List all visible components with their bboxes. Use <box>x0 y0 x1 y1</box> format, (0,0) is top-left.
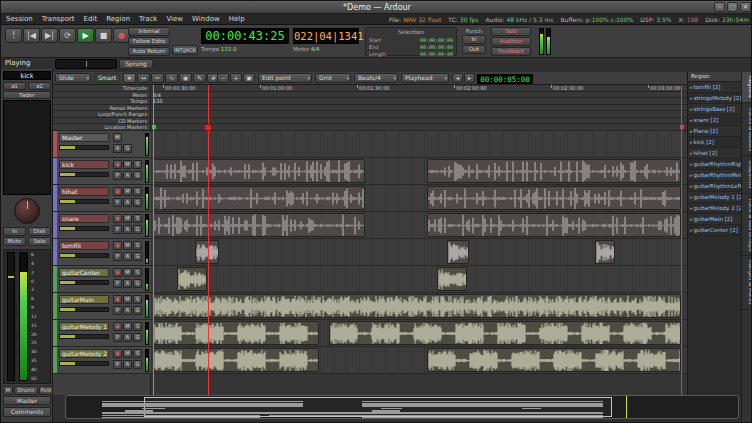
track-name[interactable]: tomfili <box>59 241 109 250</box>
sidebar-tab-snapshots[interactable]: Snapshots <box>742 156 752 194</box>
track-header-guitarcenter[interactable]: guitarCenter●MSPAG <box>53 266 151 293</box>
play-button[interactable]: ▶ <box>77 28 94 43</box>
region-list-item[interactable]: ▸guitarRhythmLeft [2] <box>688 181 741 192</box>
track-gain-slider[interactable] <box>59 172 109 177</box>
goto-end-button[interactable]: ▶| <box>41 28 58 43</box>
track-s-button[interactable]: S <box>133 160 142 169</box>
group-drums-button[interactable]: Drums <box>14 386 38 395</box>
track-lane-hihat[interactable] <box>151 185 687 212</box>
phase-1-button[interactable]: ø1 <box>3 82 26 90</box>
menu-window[interactable]: Window <box>192 15 220 23</box>
nudge-forward-button[interactable]: ▸ <box>464 73 475 83</box>
tempo-display[interactable]: Tempo 133.0 <box>201 46 237 52</box>
track-p-button[interactable]: P <box>113 279 122 288</box>
sidebar-tab-track-bus-groups[interactable]: Track & Bus Groups <box>742 194 752 257</box>
track-lane-guitarmain[interactable] <box>151 293 687 320</box>
menu-transport[interactable]: Transport <box>42 15 75 23</box>
track-m-button[interactable]: M <box>123 241 132 250</box>
track-s-button[interactable]: S <box>133 214 142 223</box>
track-a-button[interactable]: A <box>123 306 132 315</box>
track-header-snare[interactable]: snare●MSPAG <box>53 212 151 239</box>
track-m-button[interactable]: M <box>123 214 132 223</box>
selection-start-value[interactable]: 00:00:00:00 <box>420 37 453 43</box>
region-list-item[interactable]: ▸Piano [2] <box>688 126 741 137</box>
follow-edits-toggle[interactable]: Follow Edits <box>128 37 170 46</box>
region-list-item[interactable]: ▸guitarMelody 1 [2] <box>688 192 741 203</box>
track-gain-slider[interactable] <box>59 361 109 366</box>
record-enable-button[interactable]: ● <box>113 241 122 250</box>
track-a-button[interactable]: A <box>123 171 132 180</box>
track-m-button[interactable]: M <box>123 295 132 304</box>
record-enable-button[interactable]: ● <box>113 214 122 223</box>
goto-start-button[interactable]: |◀ <box>23 28 40 43</box>
group-post-button[interactable]: Post <box>39 386 53 395</box>
track-p-button[interactable]: P <box>113 252 122 261</box>
titlebar[interactable]: *Demo — Ardour ─ ▢ ✕ <box>1 1 752 14</box>
shuttle-control[interactable] <box>55 59 117 69</box>
track-name[interactable]: guitarMain <box>59 295 109 304</box>
close-button[interactable]: ✕ <box>740 2 751 12</box>
loop-button[interactable]: ⟳ <box>59 28 76 43</box>
track-header-master[interactable]: MasterMAG <box>53 131 151 158</box>
menu-track[interactable]: Track <box>139 15 157 23</box>
audio-region[interactable] <box>195 240 219 264</box>
track-p-button[interactable]: P <box>113 333 122 342</box>
ruler-cd-markers[interactable] <box>151 118 687 125</box>
region-list-item[interactable]: ▸snare [2] <box>688 115 741 126</box>
expand-icon[interactable]: ▸ <box>690 95 693 101</box>
canvas-empty-area[interactable] <box>151 374 687 395</box>
ruler-range-markers[interactable] <box>151 105 687 112</box>
region-list-item[interactable]: ▸guitarMelody 2 [2] <box>688 203 741 214</box>
audio-region[interactable] <box>177 267 207 291</box>
track-g-button[interactable]: G <box>133 225 142 234</box>
monitor-disk-button[interactable]: Disk <box>28 227 51 236</box>
region-list-item[interactable]: ▸guitarRhythmRight [2] <box>688 159 741 170</box>
punch-in-button[interactable]: In <box>462 35 486 44</box>
ruler-loop-punch-ranges[interactable] <box>151 111 687 118</box>
meter-display[interactable]: Meter 4/4 <box>293 46 320 52</box>
phase-2-button[interactable]: ø2 <box>28 82 51 90</box>
track-gain-slider[interactable] <box>59 307 109 312</box>
region-list-item[interactable]: ▸kick [2] <box>688 137 741 148</box>
track-s-button[interactable]: S <box>133 295 142 304</box>
expand-icon[interactable]: ▸ <box>690 161 693 167</box>
audio-region[interactable] <box>427 348 681 372</box>
audio-region[interactable] <box>153 159 365 183</box>
ruler-labels[interactable]: TimecodeMeterTempoRange MarkersLoop/Punc… <box>53 85 151 131</box>
record-enable-button[interactable]: ● <box>113 295 122 304</box>
track-s-button[interactable]: S <box>133 187 142 196</box>
region-list-item[interactable]: ▸guitarRhythmMelody [2] <box>688 170 741 181</box>
track-m-button[interactable]: M <box>123 187 132 196</box>
track-s-button[interactable]: S <box>133 349 142 358</box>
track-name[interactable]: guitarMelody 1 <box>59 322 109 331</box>
track-header-kick[interactable]: kick●MSPAG <box>53 158 151 185</box>
solo-button[interactable]: Solo <box>491 27 531 36</box>
zoom-in-button[interactable]: + <box>230 73 242 83</box>
expand-icon[interactable]: ▸ <box>690 106 693 112</box>
track-name[interactable]: kick <box>59 160 109 169</box>
track-gain-slider[interactable] <box>59 280 109 285</box>
tool-timefx[interactable]: ∿ <box>165 73 178 83</box>
track-gain-slider[interactable] <box>59 226 109 231</box>
audio-region[interactable] <box>437 267 467 291</box>
punch-out-button[interactable]: Out <box>462 45 486 54</box>
edit-mode-combo[interactable]: Slide <box>55 73 91 83</box>
zoom-focus-combo[interactable]: Playhead <box>401 73 449 83</box>
menu-region[interactable]: Region <box>106 15 130 23</box>
tool-cut[interactable]: ✂ <box>151 73 164 83</box>
expand-icon[interactable]: ▸ <box>690 117 693 123</box>
auto-return-toggle[interactable]: Auto Return <box>128 47 170 56</box>
track-s-button[interactable]: S <box>133 268 142 277</box>
track-a-button[interactable]: A <box>123 360 132 369</box>
tool-draw[interactable]: ✎ <box>193 73 206 83</box>
track-m-button[interactable]: M <box>123 349 132 358</box>
track-header-hihat[interactable]: hihat●MSPAG <box>53 185 151 212</box>
record-enable-button[interactable]: ● <box>113 322 122 331</box>
track-m-button[interactable]: M <box>123 160 132 169</box>
audio-region[interactable] <box>595 240 615 264</box>
expand-icon[interactable]: ▸ <box>690 183 693 189</box>
tool-object[interactable]: ➤ <box>123 73 136 83</box>
zoom-fit-button[interactable]: ▣ <box>243 73 255 83</box>
snap-unit-combo[interactable]: Beats/4 <box>354 73 398 83</box>
track-g-button[interactable]: G <box>133 360 142 369</box>
